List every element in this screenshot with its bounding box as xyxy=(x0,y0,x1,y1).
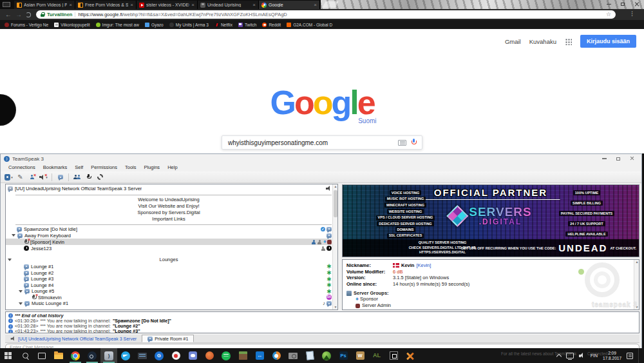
bookmark-twitch[interactable]: Twitch xyxy=(238,23,256,27)
address-bar[interactable]: Turvallinen https://www.google.fi/webhp?… xyxy=(36,10,616,19)
microphone-icon[interactable] xyxy=(411,139,416,146)
nickname-link[interactable]: [Kevin] xyxy=(416,262,431,269)
collapse-arrow-icon[interactable] xyxy=(19,302,23,305)
scroll-up-icon[interactable]: ▲ xyxy=(635,260,639,264)
tab-close-icon[interactable]: × xyxy=(130,3,133,8)
server-row[interactable]: [UU] UndeadUprising Network Official Tea… xyxy=(6,185,332,191)
photoshop-button[interactable]: Ps xyxy=(335,348,352,363)
menu-help[interactable]: Help xyxy=(164,164,181,170)
arma-launcher-button[interactable]: AL xyxy=(368,348,385,363)
action-center-icon[interactable] xyxy=(627,353,633,359)
steam-button[interactable] xyxy=(84,348,100,363)
channel-lounge-3[interactable]: Lounge #3 ∗ xyxy=(6,276,332,282)
network-icon[interactable] xyxy=(566,353,574,358)
scroll-thumb[interactable] xyxy=(334,190,337,217)
close-button[interactable] xyxy=(627,155,638,162)
menu-plugins[interactable]: Plugins xyxy=(140,164,164,170)
capture-setup-button[interactable] xyxy=(84,173,93,182)
channel-afk[interactable]: Away From Keyboard xyxy=(6,232,332,239)
xsplit-button[interactable] xyxy=(402,348,419,363)
settings-button[interactable] xyxy=(95,173,105,182)
discord-button[interactable] xyxy=(184,348,201,363)
bookmark-forums[interactable]: Forums - Vertigo Ne xyxy=(5,23,48,27)
tree-scrollbar[interactable]: ▲ ▼ xyxy=(332,184,337,309)
bookmark-netflix[interactable]: Netflix xyxy=(214,23,232,27)
bookmark-star-icon[interactable]: ☆ xyxy=(606,12,611,17)
channel-lounge-1[interactable]: Lounge #1 ∗ xyxy=(6,263,332,270)
scroll-up-icon[interactable]: ▲ xyxy=(334,184,337,189)
uplay-button[interactable] xyxy=(268,348,285,363)
collapse-arrow-icon[interactable] xyxy=(19,290,23,293)
tab-close-icon[interactable]: × xyxy=(191,3,194,8)
forward-icon[interactable]: → xyxy=(15,11,22,18)
channel-music-lounge[interactable]: Music Lounge #1 ♪ xyxy=(6,300,332,307)
close-button[interactable] xyxy=(630,0,644,8)
task-view-button[interactable] xyxy=(33,348,50,363)
bookmark-imgur[interactable]: Imgur: The most aw xyxy=(96,23,139,27)
google-search-box[interactable] xyxy=(222,135,422,150)
menu-permissions[interactable]: Permissions xyxy=(87,164,121,170)
tab-close-icon[interactable]: × xyxy=(314,3,317,8)
teamspeak-titlebar[interactable]: ) TeamSpeak 3 xyxy=(1,154,641,163)
orange-app-button[interactable] xyxy=(201,348,218,363)
show-desktop-button[interactable] xyxy=(638,348,641,363)
secure-lock-icon[interactable] xyxy=(41,12,44,17)
tab-undead-uprising[interactable]: Undead Uprising × xyxy=(198,1,259,9)
bookmark-g2a[interactable]: G2A.COM - Global D xyxy=(287,23,332,27)
notes-app-button[interactable] xyxy=(301,348,318,363)
obs-button[interactable] xyxy=(385,348,402,363)
channel-lounge-5[interactable]: Lounge #5 ∗ xyxy=(6,288,332,295)
chat-history-panel[interactable]: *** End of chat history <01:30:26> *** Y… xyxy=(5,311,639,333)
camera-app-button[interactable] xyxy=(285,348,301,363)
menu-self[interactable]: Self xyxy=(71,164,87,170)
bookmark-reddit[interactable]: Reddit xyxy=(262,23,281,27)
tab-ph-2[interactable]: Free Porn Videos & Sex × xyxy=(75,1,137,9)
tab-google[interactable]: Google × xyxy=(259,1,320,9)
contacts-button[interactable] xyxy=(72,173,82,182)
w-app-button[interactable]: W xyxy=(352,348,368,363)
client-kevin[interactable]: × [Sponsor] Kevin ♦ xyxy=(6,239,332,245)
maximize-button[interactable] xyxy=(612,155,624,162)
image-search-link[interactable]: Kuvahaku xyxy=(529,38,556,45)
tab-close-icon[interactable]: × xyxy=(252,3,256,8)
menu-tools[interactable]: Tools xyxy=(121,164,140,170)
tab-xvideos[interactable]: sister videos - XVIDEOS.C × xyxy=(137,1,198,9)
collapse-arrow-icon[interactable] xyxy=(12,234,15,237)
channel-spawnzone[interactable]: Spawnzone [Do Not Idle] ✓ xyxy=(6,226,332,232)
teamviewer-button[interactable]: ↔ xyxy=(251,348,268,363)
bookmark-viikonloppupelit[interactable]: Viikonloppupelit xyxy=(54,23,90,27)
tab-ph-1[interactable]: Asian Porn Videos | Porn × xyxy=(14,1,75,9)
apps-grid-icon[interactable] xyxy=(565,38,572,45)
client-stlmokevin[interactable]: × Stlmokevin SA xyxy=(6,294,332,300)
bookmark-gyazo[interactable]: Gyazo xyxy=(145,23,164,27)
gmail-link[interactable]: Gmail xyxy=(505,38,521,45)
browser-menu-icon[interactable]: ⋮ xyxy=(629,10,635,17)
away-button[interactable]: × xyxy=(27,173,37,182)
channel-lounge-4[interactable]: Lounge #4 ∗ xyxy=(6,282,332,288)
chat-tab-server[interactable]: [UU] UndeadUprising Network Official Tea… xyxy=(5,335,142,342)
start-button[interactable] xyxy=(0,348,17,363)
menu-connections[interactable]: Connections xyxy=(5,164,39,170)
mute-speaker-button[interactable]: ×▾ xyxy=(39,173,48,182)
client-jesse[interactable]: Jesse123 xyxy=(6,245,332,251)
chat-button[interactable] xyxy=(55,173,65,182)
edit-button[interactable]: ✎ xyxy=(15,173,25,182)
minimize-button[interactable] xyxy=(601,0,616,8)
server-banner[interactable]: OFFICIAL PARTNER VOICE HOSTING MUSIC BOT… xyxy=(342,184,639,257)
file-explorer-button[interactable] xyxy=(50,348,67,363)
connect-button[interactable]: ▾ xyxy=(4,173,14,182)
telegram-button[interactable] xyxy=(117,348,134,363)
g-app-button[interactable]: G xyxy=(151,348,167,363)
chrome-button[interactable] xyxy=(67,348,84,363)
lightshot-button[interactable] xyxy=(318,348,335,363)
search-input[interactable] xyxy=(228,139,393,146)
minecraft-button[interactable] xyxy=(234,348,251,363)
teamspeak-button[interactable]: ) xyxy=(100,348,117,363)
scroll-down-icon[interactable]: ▼ xyxy=(334,305,337,309)
volume-icon[interactable] xyxy=(579,353,585,358)
spotify-button[interactable] xyxy=(218,348,234,363)
restore-button[interactable] xyxy=(616,0,630,8)
bookmark-arma[interactable]: My Units | Arma 3 xyxy=(169,23,209,27)
keyboard-icon[interactable] xyxy=(398,140,406,146)
menu-bookmarks[interactable]: Bookmarks xyxy=(39,164,71,170)
